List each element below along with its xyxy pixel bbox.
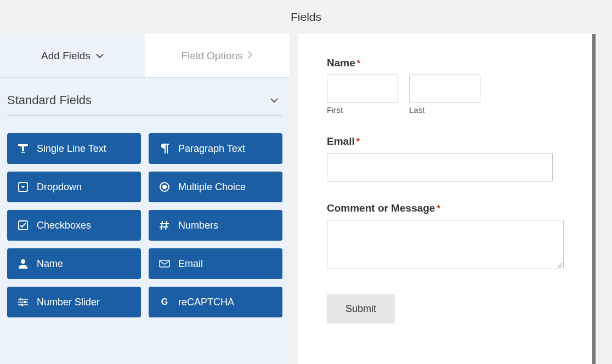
sidebar-tabs: Add Fields Field Options: [0, 34, 290, 78]
field-recaptcha[interactable]: G reCAPTCHA: [149, 287, 282, 317]
field-checkboxes[interactable]: Checkboxes: [7, 210, 141, 241]
field-label: Number Slider: [37, 297, 100, 308]
required-mark: *: [356, 137, 360, 146]
field-label: Single Line Text: [37, 143, 106, 155]
page-title: Fields: [291, 10, 321, 24]
comment-textarea[interactable]: [327, 220, 564, 269]
chevron-right-icon: [248, 51, 253, 61]
svg-text:G: G: [161, 297, 168, 306]
field-label-name: Name: [327, 57, 355, 69]
field-label: Email: [178, 258, 203, 270]
field-paragraph-text[interactable]: Paragraph Text: [149, 133, 282, 164]
user-icon: [17, 259, 29, 269]
section-standard-fields[interactable]: Standard Fields: [7, 93, 282, 116]
field-grid: T Single Line Text Paragraph Text Dropdo…: [0, 116, 290, 317]
paragraph-icon: [158, 144, 171, 153]
svg-rect-7: [20, 298, 21, 300]
form-field-name[interactable]: Name* First Last: [327, 57, 564, 115]
chevron-down-icon: [96, 51, 104, 61]
svg-rect-8: [24, 301, 26, 303]
tab-label: Field Options: [182, 50, 243, 62]
first-sublabel: First: [327, 105, 398, 115]
form-field-email[interactable]: Email*: [327, 135, 564, 181]
tab-label: Add Fields: [41, 50, 90, 62]
field-label-comment: Comment or Message: [327, 202, 435, 214]
chevron-down-icon: [270, 95, 282, 105]
main-container: Add Fields Field Options Standard Fields: [0, 34, 612, 364]
dropdown-icon: [17, 182, 29, 192]
svg-rect-9: [21, 304, 23, 306]
field-label: Checkboxes: [37, 220, 91, 231]
form-preview-wrap: Name* First Last Email* Comment o: [290, 34, 612, 364]
last-name-input[interactable]: [409, 75, 480, 103]
name-input-row: First Last: [327, 75, 564, 115]
form-field-comment[interactable]: Comment or Message*: [327, 202, 564, 269]
field-label: Name: [37, 258, 63, 270]
svg-rect-6: [160, 260, 169, 267]
tab-add-fields[interactable]: Add Fields: [0, 34, 145, 77]
envelope-icon: [158, 260, 171, 268]
fields-sidebar: Add Fields Field Options Standard Fields: [0, 34, 290, 364]
submit-label: Submit: [345, 303, 376, 314]
field-label: Paragraph Text: [178, 143, 245, 155]
last-sublabel: Last: [409, 105, 480, 115]
field-label: Multiple Choice: [178, 181, 246, 193]
sliders-icon: [17, 298, 29, 306]
section-title: Standard Fields: [7, 93, 92, 107]
first-name-column: First: [327, 75, 398, 115]
tab-field-options[interactable]: Field Options: [145, 34, 290, 77]
field-name[interactable]: Name: [7, 248, 141, 279]
last-name-column: Last: [409, 75, 480, 115]
field-label: reCAPTCHA: [178, 297, 234, 308]
field-label: Dropdown: [37, 181, 82, 193]
svg-point-5: [21, 259, 25, 264]
field-label: Numbers: [178, 220, 218, 231]
recaptcha-icon: G: [158, 297, 171, 307]
field-label-email: Email: [327, 135, 355, 147]
field-numbers[interactable]: Numbers: [149, 210, 282, 241]
form-preview: Name* First Last Email* Comment o: [298, 34, 592, 364]
checkbox-icon: [17, 220, 29, 230]
radio-icon: [158, 182, 171, 192]
resize-handle-icon[interactable]: [556, 261, 562, 268]
page-header: Fields: [0, 0, 612, 34]
field-dropdown[interactable]: Dropdown: [7, 172, 141, 202]
field-email[interactable]: Email: [149, 248, 282, 279]
hash-icon: [158, 220, 171, 230]
field-number-slider[interactable]: Number Slider: [7, 287, 141, 317]
email-input[interactable]: [327, 153, 553, 181]
svg-text:T: T: [20, 145, 26, 153]
required-mark: *: [437, 204, 440, 213]
svg-point-3: [162, 185, 167, 189]
text-icon: T: [17, 144, 29, 153]
submit-button[interactable]: Submit: [327, 294, 395, 323]
required-mark: *: [357, 59, 360, 68]
first-name-input[interactable]: [327, 75, 398, 103]
field-multiple-choice[interactable]: Multiple Choice: [149, 172, 282, 202]
field-single-line-text[interactable]: T Single Line Text: [7, 133, 141, 164]
